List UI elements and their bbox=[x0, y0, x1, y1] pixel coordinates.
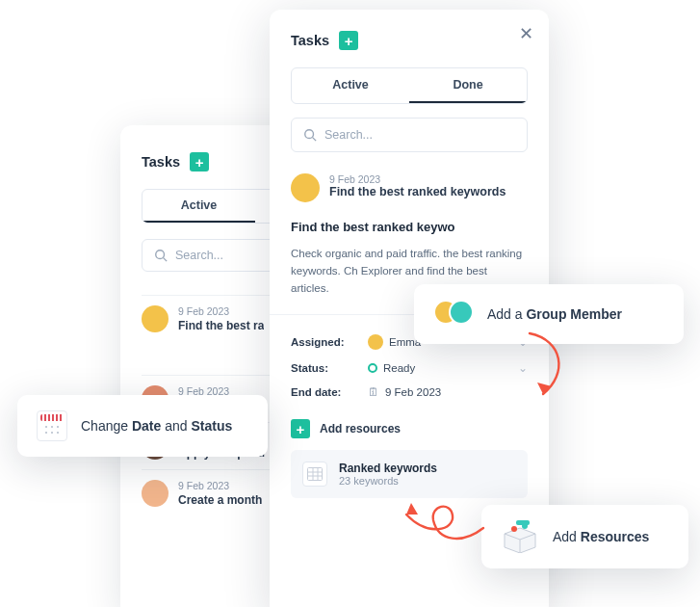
group-icon bbox=[433, 300, 474, 329]
tasks-heading: Tasks + bbox=[291, 31, 528, 50]
status-field[interactable]: Status: Ready ⌄ bbox=[291, 356, 528, 381]
task-title: Create a month bbox=[178, 493, 262, 507]
calendar-icon: 🗓 bbox=[368, 386, 379, 398]
tab-active[interactable]: Active bbox=[143, 190, 255, 223]
resource-card[interactable]: Ranked keywords 23 keywords bbox=[291, 450, 528, 498]
table-icon bbox=[302, 462, 327, 487]
search-icon bbox=[154, 249, 168, 262]
search-icon bbox=[303, 128, 317, 142]
add-task-button[interactable]: + bbox=[339, 31, 358, 50]
search-input[interactable]: Search... bbox=[291, 118, 528, 152]
search-placeholder: Search... bbox=[324, 128, 373, 142]
callout-add-group-member: Add a Group Member bbox=[414, 284, 684, 344]
tab-active[interactable]: Active bbox=[292, 68, 409, 103]
callout-text: Add a Group Member bbox=[487, 306, 622, 322]
add-resources-label: Add resources bbox=[320, 422, 401, 435]
search-placeholder: Search... bbox=[175, 249, 223, 262]
task-date: 9 Feb 2023 bbox=[178, 480, 262, 491]
calendar-icon bbox=[37, 410, 67, 441]
resource-subtitle: 23 keywords bbox=[339, 475, 437, 487]
avatar bbox=[368, 334, 383, 350]
tasks-heading-text: Tasks bbox=[291, 33, 329, 48]
add-task-button[interactable]: + bbox=[190, 152, 209, 172]
svg-point-0 bbox=[156, 251, 165, 259]
svg-rect-11 bbox=[516, 520, 530, 525]
tasks-heading-text: Tasks bbox=[142, 154, 180, 170]
label: Status: bbox=[291, 362, 368, 374]
tab-done[interactable]: Done bbox=[409, 68, 527, 103]
resource-title: Ranked keywords bbox=[339, 462, 437, 475]
close-icon[interactable]: ✕ bbox=[519, 23, 533, 44]
box-icon bbox=[501, 520, 539, 553]
svg-rect-4 bbox=[308, 468, 323, 481]
svg-line-3 bbox=[313, 138, 317, 142]
svg-point-2 bbox=[305, 130, 314, 139]
end-date-field[interactable]: End date: 🗓 9 Feb 2023 bbox=[291, 381, 528, 404]
avatar bbox=[142, 480, 169, 507]
callout-text: Change Date and Status bbox=[81, 418, 232, 434]
add-resources-button[interactable]: + Add resources bbox=[291, 419, 528, 438]
value: 9 Feb 2023 bbox=[385, 386, 441, 398]
selected-task[interactable]: 9 Feb 2023 Find the best ranked keywords bbox=[291, 173, 528, 202]
task-title: Find the best ranked keywords bbox=[329, 185, 506, 198]
status-icon bbox=[368, 363, 377, 373]
task-title: Find the best ra bbox=[178, 319, 264, 332]
svg-point-9 bbox=[511, 526, 517, 532]
label: Assigned: bbox=[291, 336, 368, 348]
detail-title: Find the best ranked keywo bbox=[291, 220, 528, 234]
task-date: 9 Feb 2023 bbox=[329, 173, 506, 185]
task-date: 9 Feb 2023 bbox=[178, 305, 264, 317]
callout-text: Add Resources bbox=[553, 529, 649, 544]
svg-line-1 bbox=[164, 258, 168, 262]
plus-icon: + bbox=[291, 419, 310, 438]
callout-add-resources: Add Resources bbox=[481, 505, 688, 568]
tabs: Active Done bbox=[291, 67, 528, 104]
chevron-down-icon: ⌄ bbox=[518, 361, 528, 375]
avatar bbox=[291, 173, 320, 202]
callout-change-date: Change Date and Status bbox=[17, 395, 268, 457]
label: End date: bbox=[291, 386, 368, 398]
avatar bbox=[142, 305, 169, 332]
value: Ready bbox=[383, 362, 415, 374]
